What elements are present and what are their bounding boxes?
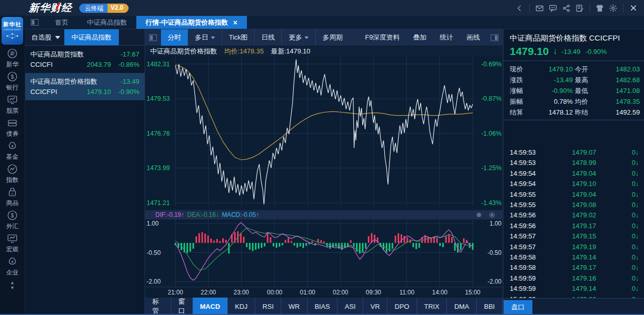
watchlist-row[interactable]: 中证商品期货价格指数-13.49CCICFPI1479.10-0.90% [25, 73, 145, 100]
toolbar-button-日线[interactable]: 日线 [254, 29, 281, 46]
stat-label: 结算 [510, 107, 530, 118]
avg-price-label: 均价:1478.35 [224, 47, 264, 56]
indicator-button-BIAS[interactable]: BIAS [308, 298, 338, 315]
toolbar-button-叠加[interactable]: 叠加 [406, 29, 433, 46]
close-window-icon[interactable] [627, 3, 640, 13]
macd-header: DIF:-0.19↑ DEA:-0.16↓ MACD:-0.05↑ ⊗ [145, 210, 503, 219]
toolbar-button-多周期[interactable]: 多周期 [315, 29, 349, 46]
tab-home[interactable]: 首页 [46, 16, 78, 29]
toolbar-button-Tick图[interactable]: Tick图 [222, 29, 254, 46]
tick-time: 14:59:55 [510, 200, 547, 210]
time-axis-label: 09:30 [362, 289, 385, 296]
tick-price: 1479.15 [547, 231, 621, 242]
stat-label: 今开 [575, 64, 598, 75]
watchlist-list: 中证商品期货指数-17.67CCICFI2043.79-0.86%中证商品期货价… [25, 46, 145, 100]
indicator-button-DMA[interactable]: DMA [447, 298, 477, 315]
sidebar-item-宏观[interactable]: 宏观 [6, 233, 19, 256]
tick-down-arrow-icon: ↓ [636, 170, 639, 177]
sidebar-scroll: ▲ ▼ [10, 280, 15, 290]
toolbar-button-画线[interactable]: 画线 [460, 29, 487, 46]
share-icon[interactable] [560, 3, 573, 13]
indicator-button-VR[interactable]: VR [363, 298, 387, 315]
watchlist-row[interactable]: 中证商品期货指数-17.67CCICFI2043.79-0.86% [25, 46, 145, 73]
toolbar-button-统计[interactable]: 统计 [433, 29, 460, 46]
watchlist-group-dropdown[interactable]: 自选股 [25, 29, 64, 45]
macd-value: MACD:-0.05↑ [222, 211, 259, 218]
tab-close-icon[interactable]: × [233, 18, 237, 27]
indicator-button-ASI[interactable]: ASI [337, 298, 363, 315]
sidebar-item-指数[interactable]: 指数 [6, 163, 19, 187]
scroll-down-icon[interactable]: ▼ [10, 285, 15, 290]
watchlist-tab-csi-commodity[interactable]: 中证商品指数 [64, 29, 119, 45]
left-sidebar: 新新华$银行股票债券¥基金指数☆商品$外汇宏观¥企业 ▲ ▼ [0, 29, 25, 315]
tab-order-book[interactable]: 盘口 [504, 300, 532, 315]
toolbar-button-label: 分时 [168, 33, 181, 42]
sidebar-item-企业[interactable]: ¥企业 [6, 256, 19, 279]
intraday-price-chart[interactable]: 1482.31-0.69%1479.53-0.87%1476.76-1.06%1… [145, 56, 503, 210]
toolbar-button-分时[interactable]: 分时 [161, 29, 188, 46]
indicator-button-窗口[interactable]: 窗口 [171, 298, 193, 315]
chart-circle-icon [7, 163, 18, 175]
stat-label: 现价 [510, 64, 530, 75]
quote-stats-grid: 现价1479.10今开1482.03涨跌-13.49最高1482.68涨幅-0.… [504, 61, 644, 120]
tick-list[interactable]: 14:59:531479.070↓14:59:531478.990↓14:59:… [504, 147, 644, 298]
theme-shirt-icon[interactable] [593, 3, 606, 13]
shop-bag-icon: ☆ [7, 187, 18, 198]
tick-volume: 0↓ [621, 169, 639, 179]
tick-price: 1479.14 [547, 252, 621, 263]
macd-chart[interactable]: 1.001.00-0.50-0.50-2.00-2.00 [145, 219, 503, 287]
time-axis-label: 22:00 [197, 289, 220, 296]
sidebar-item-商品[interactable]: ☆商品 [6, 187, 19, 210]
panel-collapse-left-icon[interactable] [149, 34, 157, 41]
macd-settings-gear-icon[interactable] [489, 212, 495, 218]
tab-quote-ccicfpi[interactable]: 行情-中证商品期货价格指数 × [136, 16, 247, 29]
tick-down-arrow-icon: ↓ [636, 222, 639, 230]
settings-gear-icon[interactable] [606, 3, 620, 13]
macd-close-icon[interactable]: ⊗ [476, 211, 481, 218]
indicator-button-MACD[interactable]: MACD [193, 298, 228, 315]
toolbar-button-label: 画线 [467, 33, 480, 42]
indicator-button-DPO[interactable]: DPO [387, 298, 417, 315]
toolbar-button-更多[interactable]: 更多 [281, 29, 315, 46]
dropdown-label: 自选股 [31, 33, 51, 42]
svg-text:1476.76: 1476.76 [147, 130, 170, 137]
panel-toggle-icon[interactable] [31, 19, 39, 26]
tick-price: 1479.04 [547, 190, 621, 200]
stat-value: 1478.35 [600, 96, 640, 107]
tab-csi-commodity-index[interactable]: 中证商品指数 [78, 16, 136, 29]
indicator-button-WR[interactable]: WR [281, 298, 308, 315]
tab-label: 中证商品指数 [87, 18, 127, 27]
message-icon[interactable] [546, 3, 560, 13]
macd-line-dea [175, 228, 473, 270]
tick-time: 14:59:53 [510, 147, 547, 158]
version-badges: 云终端 V2.0 [79, 4, 129, 13]
tick-row: 14:59:541479.040↓ [504, 169, 644, 179]
indicator-button-TRIX[interactable]: TRIX [417, 298, 448, 315]
toolbar-button-F9深度资料[interactable]: F9深度资料 [359, 29, 406, 46]
scroll-up-icon[interactable]: ▲ [10, 280, 15, 285]
xinhua-news-logo[interactable]: 新华社 XINHUA NEWS [2, 17, 23, 45]
sidebar-item-股票[interactable]: 股票 [6, 94, 19, 117]
sidebar-item-债券[interactable]: 债券 [6, 117, 19, 140]
mail-icon[interactable] [533, 3, 546, 13]
quote-panel: 中证商品期货价格指数 CCICFPI 1479.10 ↓ -13.49 -0.9… [503, 29, 644, 315]
collapse-left-icon[interactable] [513, 3, 526, 13]
stat-label: 均价 [575, 96, 598, 107]
cloud-terminal-badge[interactable]: 云终端 [79, 4, 108, 13]
toolbar-button-多日[interactable]: 多日 [188, 29, 222, 46]
indicator-button-KDJ[interactable]: KDJ [228, 298, 256, 315]
quote-title: 中证商品期货价格指数 CCICFPI [504, 29, 644, 44]
tick-time: 14:59:56 [510, 210, 547, 220]
toolbar-button-label: Tick图 [229, 33, 247, 42]
sidebar-item-银行[interactable]: $银行 [6, 71, 19, 94]
indicator-button-RSI[interactable]: RSI [255, 298, 281, 315]
indicator-button-BBI[interactable]: BBI [477, 298, 503, 315]
svg-text:¥: ¥ [11, 144, 13, 148]
sidebar-item-新华[interactable]: 新新华 [6, 48, 19, 71]
sidebar-item-基金[interactable]: ¥基金 [6, 140, 19, 163]
indicator-button-指标管理[interactable]: 指标管理 [145, 298, 171, 315]
sidebar-item-外汇[interactable]: $外汇 [6, 210, 19, 233]
sidebar-item-label: 企业 [6, 268, 19, 277]
panel-collapse-right-icon[interactable] [491, 34, 498, 41]
memo-icon[interactable] [573, 3, 586, 13]
